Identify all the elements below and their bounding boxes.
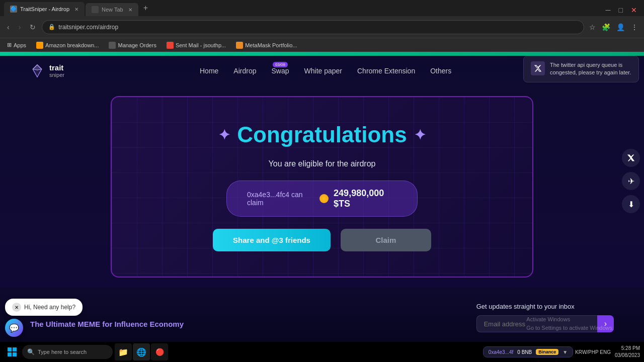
twitter-popup-text: The twitter api query queue is congested… [550,61,631,77]
nav-home[interactable]: Home [200,67,218,75]
inactive-tab[interactable]: New Tab ✕ [86,3,138,16]
browser-tabs: 🔷 TraitSniper - Airdrop ✕ New Tab ✕ + ─ … [0,0,644,16]
action-buttons: Share and @3 friends Claim [213,229,431,251]
taskbar-chrome[interactable]: 🌐 [133,343,150,360]
sparkle-right-icon: ✦ [414,127,426,143]
eligible-text: You are eligible for the airdrop [269,159,376,168]
bookmarks-bar: ⊞ Apps Amazon breakdown... Manage Orders… [0,38,644,52]
nav-swap[interactable]: 03/08 Swap [271,67,289,75]
extensions-icon[interactable]: 🧩 [600,21,612,33]
binance-badge: Binance [536,349,558,355]
congrats-title-text: Congratulations [237,122,407,147]
footer-area: trait sniper The Ultimate MEME for Influ… [0,288,644,342]
browser-toolbar: ‹ › ↻ 🔒 traitsniper.com/airdrop ☆ 🧩 👤 ⋮ [0,16,644,38]
taskbar-clock: 5:28 PM 03/08/2023 [615,345,640,359]
taskbar-file-explorer[interactable]: 📁 [115,343,132,360]
chat-launcher-button[interactable]: 💬 [5,319,23,337]
clock-time: 5:28 PM [615,345,640,352]
new-tab-button[interactable]: + [139,4,152,13]
chat-icon: 💬 [9,323,19,333]
download-social-button[interactable]: ⬇ [622,195,640,213]
bookmark-apps-label: Apps [14,42,26,48]
coin-icon [319,194,329,203]
social-sidebar: ✈ ⬇ [618,144,644,218]
mail-favicon [167,42,174,49]
bookmark-metamask-label: MetaMask Portfolio... [245,42,297,48]
nav-links: Home Airdrop 03/08 Swap White paper Chro… [200,67,451,75]
clock-date: 03/08/2023 [615,352,640,359]
chat-message: Hi, Need any help? [24,304,75,311]
main-content: ✦ Congratulations ✦ You are eligible for… [0,86,644,288]
windows-start-icon [7,347,17,357]
metamask-favicon [236,42,243,49]
nav-others[interactable]: Others [430,67,451,75]
profile-icon[interactable]: 👤 [614,21,627,33]
star-icon[interactable]: ☆ [587,21,598,33]
download-icon: ⬇ [628,200,634,209]
taskbar-app-3[interactable]: 🔴 [151,343,168,360]
chat-close-button[interactable]: ✕ [12,303,21,312]
bookmark-apps[interactable]: ⊞ Apps [4,41,29,49]
swap-label: Swap [271,67,289,75]
share-button[interactable]: Share and @3 friends [213,229,331,251]
browser-chrome: 🔷 TraitSniper - Airdrop ✕ New Tab ✕ + ─ … [0,0,644,38]
newsletter-section: Get updates straight to your inbox › [476,303,614,332]
newsletter-input-wrap: › [476,315,614,332]
svg-rect-5 [8,352,12,356]
svg-rect-6 [13,352,17,356]
bookmark-amazon-label: Amazon breakdown... [45,42,99,48]
bookmark-mail[interactable]: Sent Mail - jsouthp... [164,41,229,50]
twitter-social-button[interactable] [622,149,640,167]
minimize-btn[interactable]: ─ [603,4,614,16]
bookmark-orders[interactable]: Manage Orders [106,41,159,50]
bookmark-metamask[interactable]: MetaMask Portfolio... [233,41,300,50]
active-tab[interactable]: 🔷 TraitSniper - Airdrop ✕ [4,2,85,16]
tab-favicon: 🔷 [10,6,17,13]
svg-rect-3 [8,347,12,351]
wallet-address-claim: 0xa4e3...4fc4 can claim [247,191,314,207]
telegram-icon: ✈ [628,176,634,186]
site-logo[interactable]: trait sniper [30,64,64,78]
nav-whitepaper[interactable]: White paper [304,67,342,75]
tab-title: TraitSniper - Airdrop [20,6,69,12]
maximize-btn[interactable]: □ [616,4,626,16]
svg-rect-4 [13,347,17,351]
tab-close-btn-2[interactable]: ✕ [128,7,132,13]
claim-button[interactable]: Claim [341,229,431,251]
nav-airdrop[interactable]: Airdrop [233,67,256,75]
crypto-wallet-widget[interactable]: 0xa4e3...4f 0 BNB Binance ▼ [483,346,573,357]
reload-button[interactable]: ↻ [27,21,39,33]
bookmark-mail-label: Sent Mail - jsouthp... [176,42,226,48]
newsletter-label: Get updates straight to your inbox [476,303,614,310]
newsletter-submit-button[interactable]: › [597,315,614,332]
sparkle-left-icon: ✦ [218,127,230,143]
tab-close-btn[interactable]: ✕ [74,7,78,12]
bookmark-amazon[interactable]: Amazon breakdown... [33,41,102,50]
toolbar-icons: ☆ 🧩 👤 ⋮ [587,21,640,33]
twitter-popup-icon [531,61,545,75]
amazon-favicon [36,42,43,49]
taskbar-search-bar[interactable]: 🔍 Type here to search [22,345,113,359]
start-button[interactable] [4,344,20,360]
email-input[interactable] [476,315,597,332]
system-info-text: KRW/PHP ENG [575,349,611,355]
orders-favicon [109,42,116,49]
crypto-amount-text: 0 BNB [517,349,532,355]
claim-info-box: 0xa4e3...4fc4 can claim 249,980,000 $TS [226,180,418,217]
url-text: traitsniper.com/airdrop [58,24,118,31]
new-tab-label: New Tab [102,7,123,13]
chevron-down-icon: ▼ [562,349,568,355]
forward-button[interactable]: › [16,21,24,33]
taskbar-right: KRW/PHP ENG 5:28 PM 03/08/2023 [575,345,640,359]
address-bar[interactable]: 🔒 traitsniper.com/airdrop [42,20,584,34]
telegram-social-button[interactable]: ✈ [622,172,640,190]
nav-chrome-extension[interactable]: Chrome Extension [357,67,415,75]
twitter-notification-popup: The twitter api query queue is congested… [523,56,639,82]
menu-icon[interactable]: ⋮ [629,21,640,33]
close-btn[interactable]: ✕ [628,4,640,16]
logo-text: trait sniper [49,64,64,78]
taskbar-apps: 📁 🌐 🔴 [115,343,481,360]
taskbar: 🔍 Type here to search 📁 🌐 🔴 0xa4e3...4f … [0,342,644,362]
chat-widget: ✕ Hi, Need any help? 💬 [5,299,83,337]
back-button[interactable]: ‹ [4,21,13,33]
